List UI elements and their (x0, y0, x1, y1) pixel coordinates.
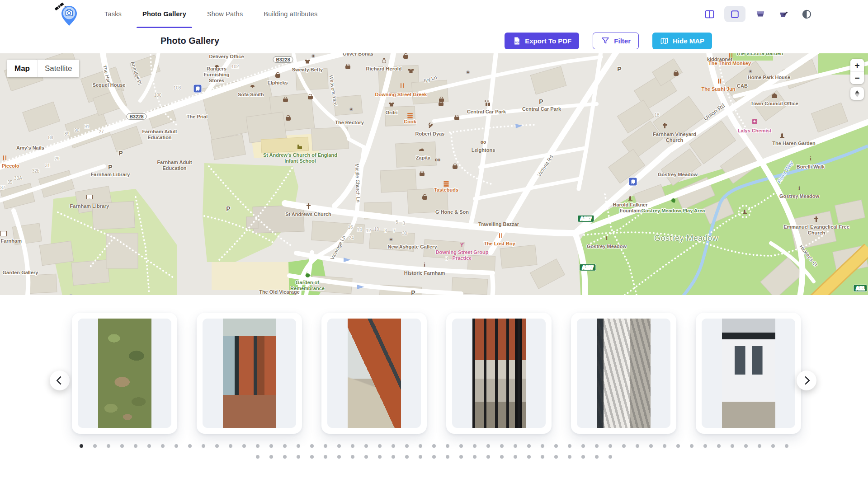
tilt-control-button[interactable] (850, 87, 864, 100)
page-dot-r1-4[interactable] (120, 444, 124, 448)
page-dot-r1-41[interactable] (622, 444, 626, 448)
page-dot-r2-16[interactable] (459, 455, 463, 459)
photo-grass[interactable] (98, 319, 151, 428)
page-dot-r1-32[interactable] (500, 444, 504, 448)
page-dot-r1-39[interactable] (595, 444, 599, 448)
page-dot-r2-27[interactable] (609, 455, 612, 459)
page-dot-r2-20[interactable] (514, 455, 517, 459)
page-dot-r1-9[interactable] (188, 444, 192, 448)
carousel-prev-button[interactable] (50, 371, 70, 390)
page-dot-r1-7[interactable] (161, 444, 165, 448)
map-canvas[interactable]: The HartArundell PlWeavers YardMiddle Ch… (0, 53, 868, 295)
page-dot-r1-8[interactable] (175, 444, 178, 448)
page-dot-r1-34[interactable] (527, 444, 531, 448)
page-dot-r1-21[interactable] (351, 444, 354, 448)
page-dot-r1-11[interactable] (215, 444, 219, 448)
page-dot-r1-1[interactable] (80, 444, 83, 448)
page-dot-r1-40[interactable] (609, 444, 612, 448)
photo-card-4[interactable] (446, 313, 552, 434)
photo-brick-entrance[interactable] (223, 319, 276, 428)
page-dot-r1-17[interactable] (297, 444, 300, 448)
page-dot-r2-14[interactable] (432, 455, 436, 459)
page-dot-r1-44[interactable] (663, 444, 666, 448)
page-dot-r1-50[interactable] (744, 444, 748, 448)
page-dot-r2-6[interactable] (324, 455, 327, 459)
page-dot-r1-27[interactable] (432, 444, 436, 448)
page-dot-r1-23[interactable] (378, 444, 382, 448)
page-dot-r1-38[interactable] (581, 444, 585, 448)
page-dot-r2-13[interactable] (419, 455, 422, 459)
page-dot-r1-51[interactable] (758, 444, 761, 448)
page-dot-r2-7[interactable] (337, 455, 341, 459)
page-dot-r2-21[interactable] (527, 455, 531, 459)
page-dot-r2-15[interactable] (446, 455, 449, 459)
filter-button[interactable]: Filter (593, 33, 639, 49)
page-dot-r1-43[interactable] (649, 444, 653, 448)
page-dot-r2-11[interactable] (392, 455, 395, 459)
page-dot-r1-30[interactable] (473, 444, 476, 448)
page-dot-r2-8[interactable] (351, 455, 354, 459)
page-dot-r1-42[interactable] (636, 444, 639, 448)
page-dot-r2-24[interactable] (568, 455, 571, 459)
hide-map-button[interactable]: Hide MAP (652, 33, 712, 49)
page-dot-r1-10[interactable] (202, 444, 205, 448)
tab-photo-gallery[interactable]: Photo Gallery (132, 0, 197, 28)
page-dot-r2-17[interactable] (473, 455, 476, 459)
page-dot-r1-31[interactable] (486, 444, 490, 448)
page-dot-r1-49[interactable] (731, 444, 734, 448)
page-dot-r1-48[interactable] (717, 444, 721, 448)
zoom-in-button[interactable]: + (850, 59, 864, 71)
page-dot-r2-10[interactable] (378, 455, 382, 459)
tab-tasks[interactable]: Tasks (94, 0, 132, 28)
page-dot-r2-26[interactable] (595, 455, 599, 459)
page-dot-r1-22[interactable] (364, 444, 368, 448)
photo-railings[interactable] (472, 319, 526, 428)
page-dot-r1-12[interactable] (229, 444, 232, 448)
photo-card-2[interactable] (197, 313, 302, 434)
page-dot-r1-18[interactable] (310, 444, 314, 448)
page-dot-r1-13[interactable] (242, 444, 246, 448)
export-to-pdf-button[interactable]: PDF Export To PDF (505, 33, 579, 49)
page-dot-r1-2[interactable] (93, 444, 97, 448)
page-dot-r1-28[interactable] (446, 444, 449, 448)
tab-building-attributes[interactable]: Building attributes (253, 0, 328, 28)
photo-white-house[interactable] (722, 319, 775, 428)
page-dot-r1-15[interactable] (269, 444, 273, 448)
page-dot-r1-52[interactable] (771, 444, 775, 448)
page-dot-r2-5[interactable] (310, 455, 314, 459)
carousel-next-button[interactable] (797, 371, 816, 390)
page-dot-r2-4[interactable] (297, 455, 300, 459)
photo-street[interactable] (348, 319, 401, 428)
page-dot-r1-53[interactable] (785, 444, 788, 448)
page-dot-r1-29[interactable] (459, 444, 463, 448)
page-dot-r2-22[interactable] (541, 455, 544, 459)
zoom-out-button[interactable]: − (850, 71, 864, 84)
photo-card-5[interactable] (571, 313, 676, 434)
page-dot-r2-25[interactable] (581, 455, 585, 459)
photo-card-6[interactable] (696, 313, 801, 434)
tab-show-paths[interactable]: Show Paths (197, 0, 253, 28)
page-dot-r2-19[interactable] (500, 455, 504, 459)
page-dot-r1-36[interactable] (554, 444, 558, 448)
page-dot-r1-3[interactable] (107, 444, 110, 448)
photo-walkway[interactable] (597, 319, 651, 428)
page-dot-r2-9[interactable] (364, 455, 368, 459)
page-dot-r1-33[interactable] (514, 444, 517, 448)
map-type-map-button[interactable]: Map (7, 60, 37, 77)
page-dot-r1-37[interactable] (568, 444, 571, 448)
contrast-icon[interactable] (798, 6, 815, 22)
page-dot-r1-20[interactable] (337, 444, 341, 448)
page-dot-r2-12[interactable] (405, 455, 409, 459)
page-dot-r2-1[interactable] (256, 455, 259, 459)
page-dot-r1-26[interactable] (419, 444, 422, 448)
page-dot-r2-18[interactable] (486, 455, 490, 459)
page-dot-r1-25[interactable] (405, 444, 409, 448)
cube-view-icon[interactable] (752, 6, 769, 22)
page-dot-r1-14[interactable] (256, 444, 259, 448)
page-dot-r2-3[interactable] (283, 455, 287, 459)
single-view-icon[interactable] (724, 6, 745, 22)
page-dot-r1-24[interactable] (392, 444, 395, 448)
photo-card-1[interactable] (72, 313, 177, 434)
page-dot-r1-5[interactable] (134, 444, 137, 448)
page-dot-r1-45[interactable] (676, 444, 680, 448)
